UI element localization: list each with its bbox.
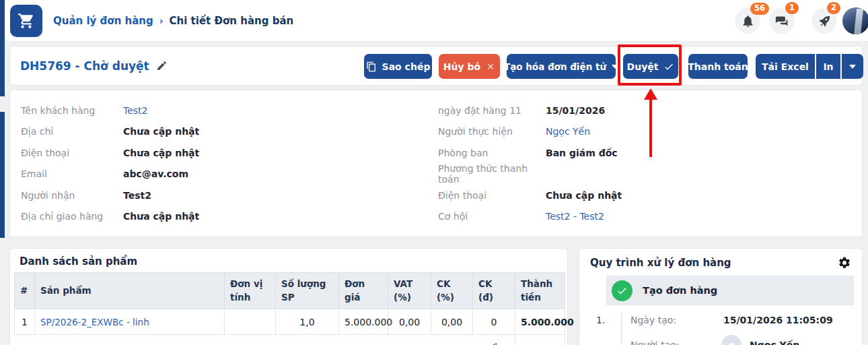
column-header-index: # xyxy=(15,273,35,309)
breadcrumb-separator: › xyxy=(159,15,164,26)
detail-label: Điện thoại xyxy=(438,190,546,201)
order-workflow-panel: Quy trình xử lý đơn hàng Tạo đơn hàng 1.… xyxy=(579,248,863,345)
download-excel-button[interactable]: Tải Excel xyxy=(756,54,815,79)
print-button[interactable]: In xyxy=(815,54,840,79)
breadcrumb-parent[interactable]: Quản lý đơn hàng xyxy=(53,15,153,27)
total-label: Tổng xyxy=(15,335,515,345)
assignee-link[interactable]: Ngọc Yến xyxy=(546,126,590,137)
order-title: DH5769 - Chờ duyệt xyxy=(20,46,168,85)
cell-quantity: 1,0 xyxy=(276,309,339,335)
person-icon xyxy=(721,335,742,345)
detail-label: Địa chỉ giao hàng xyxy=(21,211,123,222)
workflow-step-details: 1. Ngày tạo: 15/01/2026 11:05:09 Người t… xyxy=(579,315,862,345)
step-done-check-icon xyxy=(612,280,632,301)
order-title-bar: DH5769 - Chờ duyệt Sao chép Hủy bỏ Tạo h… xyxy=(9,46,863,86)
cell-vat: 0,00 xyxy=(388,309,431,335)
customer-link[interactable]: Test2 xyxy=(123,105,147,116)
detail-value: abc@av.com xyxy=(123,168,188,179)
detail-row-email: Email abc@av.com xyxy=(21,164,418,185)
cell-discount-pct: 0,00 xyxy=(431,309,473,335)
detail-row-phone: Điện thoại Chưa cập nhật xyxy=(21,142,418,164)
products-total-row: Tổng 5.000.000đ xyxy=(15,335,565,345)
bell-icon xyxy=(741,14,755,28)
step-index: 1. xyxy=(596,315,616,325)
creator-name: Ngọc Yến xyxy=(750,340,799,345)
orders-module-button[interactable] xyxy=(10,5,42,37)
timeline-divider xyxy=(621,313,622,345)
detail-label: Địa chỉ xyxy=(21,126,123,137)
edit-title-button[interactable] xyxy=(156,60,168,71)
detail-label: Cơ hội xyxy=(438,211,546,222)
copy-order-label: Sao chép xyxy=(382,61,431,72)
gear-icon[interactable] xyxy=(838,256,851,270)
column-header-unit: Đơn vị tính xyxy=(225,273,276,309)
details-left-column: Tên khách hàng Test2 Địa chỉ Chưa cập nh… xyxy=(21,100,418,227)
cell-unit-price: 5.000.000 xyxy=(339,309,388,335)
creator-label: Người tạo: xyxy=(630,340,684,345)
copy-icon xyxy=(366,61,377,72)
more-export-options-button[interactable] xyxy=(840,54,863,79)
close-icon xyxy=(486,62,495,71)
topbar: Quản lý đơn hàng › Chi tiết Đơn hàng bán… xyxy=(5,0,868,42)
detail-row-address: Địa chỉ Chưa cập nhật xyxy=(21,121,418,143)
detail-label: ngày đặt hàng 11 xyxy=(438,105,546,116)
order-details-panel: Tên khách hàng Test2 Địa chỉ Chưa cập nh… xyxy=(9,90,863,237)
approve-button[interactable]: Duyệt xyxy=(623,54,678,79)
workflow-creator-row: Người tạo: Ngọc Yến xyxy=(579,335,862,345)
detail-row-opportunity: Cơ hội Test2 - Test2 xyxy=(438,206,852,228)
copy-order-button[interactable]: Sao chép xyxy=(364,54,432,79)
detail-value: Ban giám đốc xyxy=(546,148,618,158)
detail-row-assignee: Người thực hiện Ngọc Yến xyxy=(438,121,852,143)
detail-row-order-date: ngày đặt hàng 11 15/01/2026 xyxy=(438,100,852,121)
sidebar-edge-strip xyxy=(0,112,5,238)
detail-row-department: Phòng ban Ban giám đốc xyxy=(438,142,852,164)
column-header-unit-price: Đơn giá xyxy=(339,273,388,309)
workflow-header: Quy trình xử lý đơn hàng xyxy=(579,249,862,276)
notifications-count-badge: 56 xyxy=(750,3,769,15)
column-header-quantity: Số lượng SP xyxy=(276,273,339,309)
column-header-discount-amt: CK (đ) xyxy=(473,273,515,309)
breadcrumb-current: Chi tiết Đơn hàng bán xyxy=(170,15,294,27)
column-header-line-total: Thành tiền xyxy=(515,273,565,309)
payment-button[interactable]: Thanh toán xyxy=(688,54,748,79)
caret-down-icon xyxy=(849,65,856,69)
cell-discount-amt: 0 xyxy=(473,309,515,335)
print-label: In xyxy=(823,61,833,72)
column-header-product: Sản phẩm xyxy=(35,273,225,309)
products-header-row: # Sản phẩm Đơn vị tính Số lượng SP Đơn g… xyxy=(15,273,565,309)
table-row: 1 SP/2026-2_EXWBc - linh 1,0 5.000.000 0… xyxy=(15,309,565,335)
detail-row-customer: Tên khách hàng Test2 xyxy=(21,100,418,121)
cart-icon xyxy=(17,12,35,30)
detail-row-shipping-address: Địa chỉ giao hàng Chưa cập nhật xyxy=(21,206,418,228)
opportunity-link[interactable]: Test2 - Test2 xyxy=(546,211,604,222)
column-header-vat: VAT (%) xyxy=(388,273,431,309)
cancel-order-label: Hủy bỏ xyxy=(443,61,480,72)
user-avatar[interactable] xyxy=(842,7,868,34)
caret-down-icon xyxy=(612,65,618,69)
products-table: # Sản phẩm Đơn vị tính Số lượng SP Đơn g… xyxy=(14,272,565,345)
order-title-text: DH5769 - Chờ duyệt xyxy=(20,59,149,73)
column-header-discount-pct: CK (%) xyxy=(431,273,473,309)
create-einvoice-button[interactable]: Tạo hóa đơn điện tử xyxy=(507,54,616,79)
detail-label: Phòng ban xyxy=(438,148,546,158)
workflow-created-row: 1. Ngày tạo: 15/01/2026 11:05:09 xyxy=(579,315,862,325)
create-einvoice-label: Tạo hóa đơn điện tử xyxy=(504,61,606,72)
detail-label: Người nhận xyxy=(21,190,123,201)
detail-value: Chưa cập nhật xyxy=(123,211,199,222)
detail-row-payment-method: Phương thức thanh toán xyxy=(438,164,852,185)
detail-value: Test2 xyxy=(123,190,151,201)
product-link[interactable]: SP/2026-2_EXWBc - linh xyxy=(40,317,149,327)
detail-value: Chưa cập nhật xyxy=(123,126,199,137)
workflow-title: Quy trình xử lý đơn hàng xyxy=(590,257,731,269)
detail-label: Người thực hiện xyxy=(438,126,546,137)
cell-index: 1 xyxy=(15,309,35,335)
approve-label: Duyệt xyxy=(627,61,659,72)
detail-label: Email xyxy=(21,168,123,179)
check-icon xyxy=(663,61,674,72)
messages-count-badge: 1 xyxy=(785,2,799,14)
product-list-panel: Danh sách sản phẩm # Sản phẩm Đơn vị tín… xyxy=(9,248,568,345)
workflow-step-create-order[interactable]: Tạo đơn hàng xyxy=(606,276,854,305)
payment-label: Thanh toán xyxy=(688,61,748,72)
breadcrumb: Quản lý đơn hàng › Chi tiết Đơn hàng bán xyxy=(53,0,293,42)
cancel-order-button[interactable]: Hủy bỏ xyxy=(439,54,500,79)
